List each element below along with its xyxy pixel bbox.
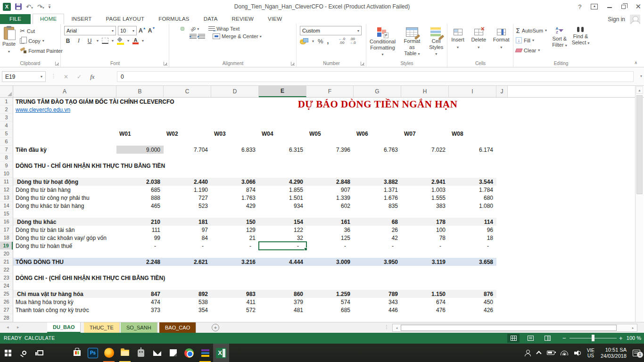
alignment-dialog-launcher[interactable] <box>291 62 295 66</box>
redo-icon[interactable]: ↷▾ <box>37 4 44 10</box>
clock[interactable]: 10:51 SA24/03/2018 <box>601 347 627 359</box>
italic-button[interactable]: I <box>75 37 83 44</box>
row-header-19[interactable]: 19 <box>0 242 13 250</box>
horizontal-scroll-thumb[interactable] <box>401 325 617 331</box>
name-box-splitter[interactable]: ⋮ <box>51 73 57 79</box>
next-sheet-icon[interactable]: ▸ <box>17 325 19 329</box>
select-all-corner[interactable] <box>0 86 13 97</box>
expand-formula-bar-icon[interactable]: ▾ <box>640 74 642 78</box>
zoom-out-icon[interactable]: − <box>562 335 566 342</box>
row-header-2[interactable]: 2 <box>0 106 13 114</box>
font-dialog-launcher[interactable] <box>164 62 167 66</box>
zoom-in-icon[interactable]: + <box>619 335 623 342</box>
fill-button[interactable]: ↓Fill▾ <box>514 35 549 45</box>
vertical-scrollbar[interactable]: ▲ <box>635 86 643 322</box>
battery-icon[interactable] <box>547 351 554 355</box>
sign-in-link[interactable]: Sign in <box>608 16 625 23</box>
selected-cell-E19[interactable] <box>258 241 307 250</box>
avatar[interactable] <box>630 15 640 25</box>
row-header-13[interactable]: 13 <box>0 194 13 202</box>
tab-file[interactable]: FILE <box>0 14 31 24</box>
enter-entry-icon[interactable]: ✓ <box>77 74 82 80</box>
taskbar-icon-robot-app[interactable] <box>133 344 149 362</box>
borders-icon[interactable] <box>102 38 108 44</box>
increase-indent-icon[interactable] <box>198 34 205 39</box>
scroll-up-icon[interactable]: ▲ <box>636 86 643 94</box>
underline-button[interactable]: U <box>86 38 93 44</box>
cell-styles-button[interactable]: CellStyles ▾ <box>426 25 447 59</box>
insert-cells-button[interactable]: Insert▾ <box>449 27 467 59</box>
help-icon[interactable]: ? <box>578 4 581 10</box>
column-header-H[interactable]: H <box>401 86 449 97</box>
row-header-3[interactable]: 3 <box>0 114 13 122</box>
wifi-icon[interactable] <box>561 351 568 355</box>
decrease-indent-icon[interactable] <box>190 34 197 39</box>
percent-style-button[interactable]: % <box>318 38 323 45</box>
sort-filter-button[interactable]: AZ Sort &Filter ▾ <box>550 25 570 59</box>
row-header-22[interactable]: 22 <box>0 266 13 274</box>
sheet-tab-so_sanh[interactable]: SO_SANH <box>121 322 157 333</box>
column-header-A[interactable]: A <box>13 86 116 97</box>
number-dialog-launcher[interactable] <box>361 62 364 66</box>
clipboard-dialog-launcher[interactable] <box>55 62 59 66</box>
accounting-format-icon[interactable] <box>300 38 308 44</box>
row-header-14[interactable]: 14 <box>0 202 13 210</box>
font-size-select[interactable]: 10▾ <box>118 26 137 35</box>
customize-qat-icon[interactable]: ▾ <box>49 5 51 9</box>
autosum-button[interactable]: ΣAutoSum▾ <box>514 25 549 35</box>
row-header-6[interactable]: 6 <box>0 138 13 146</box>
row-header-10[interactable]: 10 <box>0 170 13 178</box>
conditional-formatting-button[interactable]: ≠ ConditionalFormatting ▾ <box>367 25 398 59</box>
tab-splitter-grip[interactable]: ⋮ <box>384 324 389 329</box>
wrap-text-button[interactable]: Wrap Text <box>216 26 239 32</box>
tab-page-layout[interactable]: PAGE LAYOUT <box>99 14 152 24</box>
horizontal-scrollbar[interactable]: ◂ ▸ <box>392 324 637 332</box>
row-header-24[interactable]: 24 <box>0 282 13 290</box>
tab-data[interactable]: DATA <box>197 14 225 24</box>
formula-input[interactable]: 0 <box>117 71 634 82</box>
name-box[interactable]: E19▾ <box>2 71 46 82</box>
normal-view-button[interactable] <box>507 334 520 343</box>
taskbar-icon-excel[interactable]: X <box>213 344 229 362</box>
taskbar-icon-store[interactable] <box>69 344 85 362</box>
people-icon[interactable] <box>525 350 531 356</box>
row-header-7[interactable]: 7 <box>0 146 13 154</box>
align-left-button[interactable] <box>173 35 175 38</box>
column-header-J[interactable]: J <box>496 86 508 97</box>
row-header-26[interactable]: 26 <box>0 298 13 306</box>
find-select-button[interactable]: Find &Select ▾ <box>570 25 592 59</box>
format-painter-button[interactable]: Format Painter <box>18 46 65 56</box>
taskbar-icon-chrome[interactable] <box>181 344 197 362</box>
taskbar-icon-notes-app[interactable] <box>165 344 181 362</box>
volume-icon[interactable] <box>574 350 581 356</box>
align-center-button[interactable] <box>177 35 180 38</box>
increase-decimal-icon[interactable]: ←.0.00 <box>338 37 345 45</box>
middle-align-button[interactable] <box>177 27 180 30</box>
minimize-icon[interactable] <box>607 7 612 8</box>
row-header-17[interactable]: 17 <box>0 226 13 234</box>
undo-icon[interactable]: ↶▾ <box>26 4 33 10</box>
sheet-tab-bao_cao[interactable]: BAO_CAO <box>159 322 196 333</box>
row-header-25[interactable]: 25 <box>0 290 13 298</box>
tab-formulas[interactable]: FORMULAS <box>151 14 197 24</box>
row-header-18[interactable]: 18 <box>0 234 13 242</box>
paste-button[interactable]: Paste▾ <box>0 25 18 59</box>
column-header-G[interactable]: G <box>354 86 401 97</box>
taskbar-icon-start[interactable] <box>0 344 16 362</box>
taskbar-icon-photoshop[interactable]: Ps <box>85 344 101 362</box>
column-header-D[interactable]: D <box>211 86 259 97</box>
column-header-I[interactable]: I <box>449 86 496 97</box>
row-header-8[interactable]: 8 <box>0 154 13 162</box>
scroll-right-icon[interactable]: ▸ <box>629 325 636 331</box>
tab-home[interactable]: HOME <box>33 14 64 24</box>
row-header-4[interactable]: 4 <box>0 122 13 130</box>
top-align-button[interactable] <box>173 27 175 30</box>
bold-button[interactable]: B <box>64 38 72 44</box>
scroll-left-icon[interactable]: ◂ <box>393 325 400 331</box>
taskbar-icon-mail[interactable] <box>149 344 165 362</box>
fill-color-icon[interactable] <box>117 38 124 44</box>
merge-center-button[interactable]: Merge & Center <box>222 33 258 39</box>
decrease-decimal-icon[interactable]: .00→.0 <box>349 37 356 45</box>
column-header-E[interactable]: E <box>259 86 306 97</box>
cut-button[interactable]: ✂Cut <box>18 26 65 36</box>
